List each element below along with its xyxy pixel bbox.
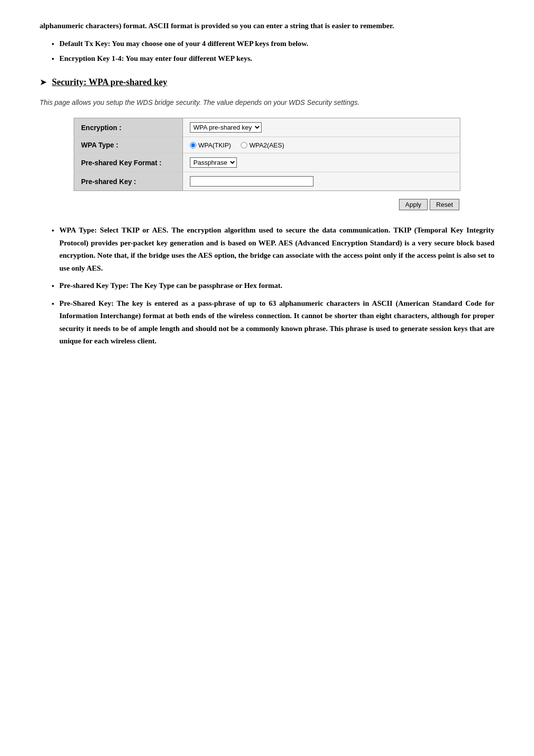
description-bullet-list: WPA Type: Select TKIP or AES. The encryp… xyxy=(59,224,494,348)
wpa-tkip-text: WPA(TKIP) xyxy=(198,142,231,149)
section-title: Security: WPA pre-shared key xyxy=(52,77,167,88)
wpa-type-radio-group: WPA(TKIP) WPA2(AES) xyxy=(190,142,453,149)
wpa-tkip-label[interactable]: WPA(TKIP) xyxy=(190,142,231,149)
desc-bullet-wpa-type: WPA Type: Select TKIP or AES. The encryp… xyxy=(59,224,494,275)
preshared-format-row: Pre-shared Key Format : Passphrase Hex xyxy=(74,153,460,172)
encryption-label: Encryption : xyxy=(74,118,183,137)
intro-bullet-2: Encryption Key 1-4: You may enter four d… xyxy=(59,52,494,65)
desc-bullet-preshared-key-type: Pre-shared Key Type: The Key Type can be… xyxy=(59,280,494,292)
reset-button[interactable]: Reset xyxy=(430,199,459,210)
wpa2-aes-radio[interactable] xyxy=(241,142,247,148)
preshared-format-value-cell: Passphrase Hex xyxy=(183,153,460,172)
intro-bullet-list: Default Tx Key: You may choose one of yo… xyxy=(59,38,494,65)
intro-bullet-1: Default Tx Key: You may choose one of yo… xyxy=(59,38,494,50)
section-heading: ➤ Security: WPA pre-shared key xyxy=(40,77,494,88)
desc-bullet-preshared-key: Pre-Shared Key: The key is entered as a … xyxy=(59,297,494,348)
wpa-type-label: WPA Type : xyxy=(74,137,183,153)
button-row: Apply Reset xyxy=(74,199,460,210)
preshared-key-label: Pre-shared Key : xyxy=(74,172,183,191)
preshared-format-select[interactable]: Passphrase Hex xyxy=(190,157,237,168)
preshared-format-label: Pre-shared Key Format : xyxy=(74,153,183,172)
wpa-type-value-cell: WPA(TKIP) WPA2(AES) xyxy=(183,137,460,153)
arrow-icon: ➤ xyxy=(40,77,47,88)
encryption-value-cell: WPA pre-shared key WEP None xyxy=(183,118,460,137)
wpa-type-row: WPA Type : WPA(TKIP) WPA2(AES) xyxy=(74,137,460,153)
preshared-key-row: Pre-shared Key : xyxy=(74,172,460,191)
wpa2-aes-label[interactable]: WPA2(AES) xyxy=(241,142,284,149)
security-form-table: Encryption : WPA pre-shared key WEP None… xyxy=(74,118,460,191)
preshared-key-input[interactable] xyxy=(190,176,313,187)
intro-paragraph: alphanumeric characters) format. ASCII f… xyxy=(40,20,494,32)
wpa2-aes-text: WPA2(AES) xyxy=(249,142,284,149)
page-description: This page allows you setup the WDS bridg… xyxy=(40,97,494,108)
apply-button[interactable]: Apply xyxy=(399,199,428,210)
encryption-select[interactable]: WPA pre-shared key WEP None xyxy=(190,122,262,133)
wpa-tkip-radio[interactable] xyxy=(190,142,196,148)
encryption-row: Encryption : WPA pre-shared key WEP None xyxy=(74,118,460,137)
preshared-key-value-cell xyxy=(183,172,460,191)
